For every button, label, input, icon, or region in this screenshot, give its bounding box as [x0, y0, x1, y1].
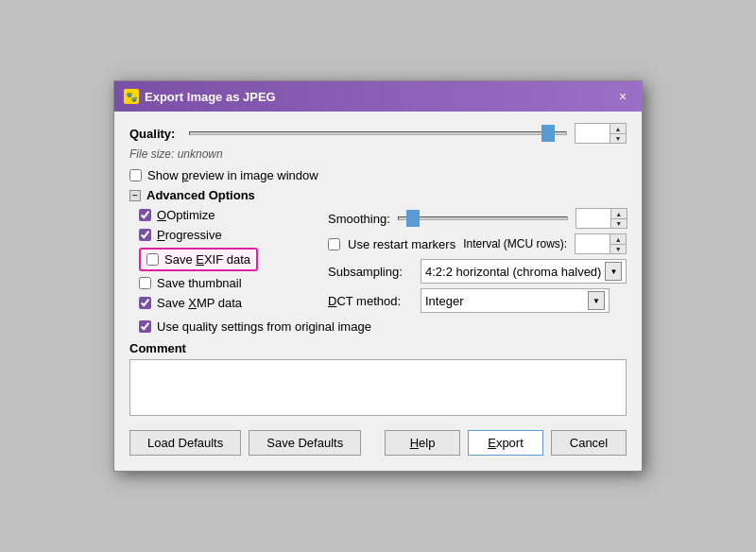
show-preview-text: Show preview in image window [147, 168, 318, 182]
comment-section: Comment [129, 341, 627, 419]
progressive-checkbox[interactable] [139, 229, 151, 241]
show-preview-row: Show preview in image window [129, 168, 627, 182]
smoothing-label: Smoothing: [328, 212, 390, 226]
dct-method-dropdown-arrow: ▼ [588, 291, 605, 310]
quality-spin-arrows: ▲ ▼ [610, 124, 626, 143]
app-icon-glyph: 🐾 [126, 92, 137, 102]
export-button[interactable]: Export [468, 430, 543, 456]
load-defaults-button[interactable]: Load Defaults [129, 430, 241, 456]
comment-textarea[interactable] [129, 359, 627, 416]
restart-markers-checkbox[interactable] [328, 238, 340, 250]
subsampling-label: Subsampling: [328, 265, 413, 279]
smoothing-spin: 0.00 ▲ ▼ [576, 208, 627, 229]
footer-buttons: Load Defaults Save Defaults Help Export … [129, 430, 627, 459]
quality-slider[interactable] [189, 131, 567, 135]
interval-spin-down[interactable]: ▼ [610, 244, 626, 253]
smoothing-spin-up[interactable]: ▲ [611, 209, 627, 218]
smoothing-spin-down[interactable]: ▼ [611, 218, 627, 228]
use-quality-settings-row: Use quality settings from original image [139, 319, 627, 334]
smoothing-spin-arrows: ▲ ▼ [610, 209, 627, 228]
save-thumbnail-row: Save thumbnail [139, 276, 328, 290]
save-xmp-row: Save XMP data [139, 296, 328, 310]
show-preview-label: Show preview in image window [147, 168, 318, 182]
interval-spin: 16 ▲ ▼ [575, 233, 627, 254]
advanced-options-collapse[interactable]: − [129, 190, 141, 201]
use-quality-settings-label: Use quality settings from original image [157, 319, 371, 334]
advanced-options-label: Advanced Options [146, 188, 255, 202]
dct-method-label: DCT method: [328, 294, 413, 308]
quality-spin: 97 ▲ ▼ [575, 123, 627, 144]
right-column: Smoothing: 0.00 ▲ ▼ Use re [328, 208, 627, 318]
quality-row: Quality: 97 ▲ ▼ [129, 123, 627, 144]
subsampling-row: Subsampling: 4:2:2 horizontal (chroma ha… [328, 259, 627, 284]
left-column: OOptimize Progressive Save [139, 208, 328, 316]
quality-label: Quality: [129, 127, 181, 141]
titlebar-left: 🐾 Export Image as JPEG [124, 89, 276, 104]
footer-left-buttons: Load Defaults Save Defaults [129, 430, 361, 456]
smoothing-slider[interactable] [398, 216, 568, 220]
use-quality-settings-checkbox[interactable] [139, 320, 151, 333]
dct-method-dropdown[interactable]: Integer ▼ [421, 288, 610, 313]
save-exif-checkbox[interactable] [146, 253, 159, 266]
cancel-button[interactable]: Cancel [551, 430, 627, 456]
dct-method-value: Integer [425, 294, 463, 308]
quality-spin-up[interactable]: ▲ [610, 124, 626, 133]
quality-slider-container [189, 124, 567, 143]
optimize-checkbox[interactable] [139, 209, 151, 221]
filesize-label: File size: unknown [129, 147, 627, 161]
export-dialog: 🐾 Export Image as JPEG × Quality: 97 ▲ ▼… [113, 80, 643, 472]
restart-markers-row: Use restart markers Interval (MCU rows):… [328, 233, 627, 254]
show-preview-checkbox[interactable] [129, 169, 142, 181]
close-button[interactable]: × [613, 87, 632, 106]
interval-spin-up[interactable]: ▲ [610, 234, 626, 244]
advanced-options-header: − Advanced Options [129, 188, 627, 202]
footer-right-buttons: Help Export Cancel [385, 430, 627, 456]
save-xmp-checkbox[interactable] [139, 297, 151, 309]
restart-markers-label: Use restart markers [348, 237, 455, 251]
save-thumbnail-checkbox[interactable] [139, 277, 151, 289]
quality-value[interactable]: 97 [576, 124, 610, 143]
dialog-content: Quality: 97 ▲ ▼ File size: unknown Show … [114, 112, 642, 471]
titlebar: 🐾 Export Image as JPEG × [114, 81, 642, 112]
save-exif-row: Save EXIF data [139, 248, 258, 271]
subsampling-value: 4:2:2 horizontal (chroma halved) [425, 265, 601, 279]
smoothing-row: Smoothing: 0.00 ▲ ▼ [328, 208, 627, 229]
save-thumbnail-label: Save thumbnail [157, 276, 242, 290]
advanced-content: OOptimize Progressive Save [129, 208, 627, 334]
interval-label: Interval (MCU rows): [463, 237, 567, 250]
help-button[interactable]: Help [385, 430, 460, 456]
progressive-row: Progressive [139, 228, 328, 242]
subsampling-dropdown-arrow: ▼ [605, 262, 622, 281]
comment-label: Comment [129, 341, 627, 355]
collapse-icon: − [132, 190, 138, 200]
quality-spin-down[interactable]: ▼ [610, 133, 626, 143]
optimize-row: OOptimize [139, 208, 328, 222]
interval-value[interactable]: 16 [576, 234, 610, 253]
smoothing-value[interactable]: 0.00 [576, 209, 610, 228]
dialog-title: Export Image as JPEG [145, 90, 276, 104]
save-xmp-label: Save XMP data [157, 296, 242, 310]
advanced-main-row: OOptimize Progressive Save [139, 208, 627, 318]
subsampling-dropdown[interactable]: 4:2:2 horizontal (chroma halved) ▼ [421, 259, 627, 284]
optimize-label: OOptimize [157, 208, 215, 222]
app-icon: 🐾 [124, 89, 139, 104]
interval-spin-arrows: ▲ ▼ [610, 234, 626, 253]
dct-method-row: DCT method: Integer ▼ [328, 288, 627, 313]
save-defaults-button[interactable]: Save Defaults [249, 430, 361, 456]
progressive-label: Progressive [157, 228, 222, 242]
save-exif-label: Save EXIF data [164, 252, 250, 267]
